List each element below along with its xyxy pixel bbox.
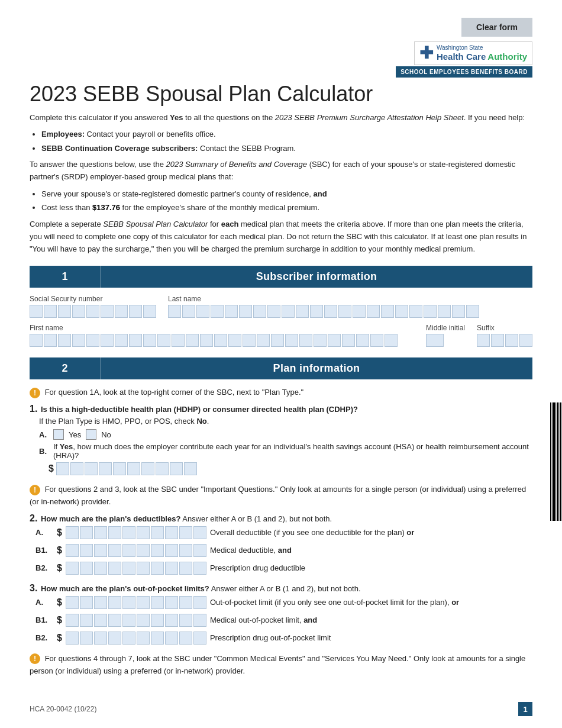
ssn-box-1[interactable]: [30, 305, 43, 318]
q2b1-b4[interactable]: [108, 544, 121, 557]
ln-box-16[interactable]: [381, 305, 394, 318]
q3b1-b5[interactable]: [122, 614, 135, 627]
q3a-b4[interactable]: [108, 596, 121, 609]
ssn-box-6[interactable]: [101, 305, 114, 318]
q2a-b4[interactable]: [108, 526, 121, 539]
ln-box-7[interactable]: [253, 305, 266, 318]
q3b1-b3[interactable]: [94, 614, 107, 627]
ln-box-9[interactable]: [282, 305, 295, 318]
fn-box-1[interactable]: [30, 334, 43, 347]
q2a-b3[interactable]: [94, 526, 107, 539]
ln-box-8[interactable]: [267, 305, 280, 318]
q1-d-box-9[interactable]: [170, 462, 183, 475]
q2b2-b5[interactable]: [122, 562, 135, 575]
q3b1-b2[interactable]: [80, 614, 93, 627]
suffix-box-4[interactable]: [519, 334, 532, 347]
ln-box-15[interactable]: [367, 305, 380, 318]
q1-d-box-10[interactable]: [184, 462, 197, 475]
q2b2-b10[interactable]: [193, 562, 206, 575]
ln-box-21[interactable]: [452, 305, 465, 318]
fn-box-16[interactable]: [243, 334, 256, 347]
q2-b2-input[interactable]: [66, 562, 206, 575]
q3a-b7[interactable]: [151, 596, 164, 609]
fn-box-10[interactable]: [157, 334, 170, 347]
q2b1-b10[interactable]: [193, 544, 206, 557]
q3b2-b9[interactable]: [179, 632, 192, 645]
q3a-b10[interactable]: [193, 596, 206, 609]
ln-box-5[interactable]: [225, 305, 238, 318]
fn-box-7[interactable]: [115, 334, 128, 347]
fn-box-24[interactable]: [356, 334, 369, 347]
q2b1-b5[interactable]: [122, 544, 135, 557]
fn-box-8[interactable]: [129, 334, 142, 347]
q2b1-b6[interactable]: [137, 544, 150, 557]
fn-box-21[interactable]: [314, 334, 327, 347]
q1-d-box-5[interactable]: [113, 462, 126, 475]
suffix-box-3[interactable]: [505, 334, 518, 347]
q1-d-box-6[interactable]: [127, 462, 140, 475]
q3b1-b7[interactable]: [151, 614, 164, 627]
ssn-box-8[interactable]: [129, 305, 142, 318]
q3a-b9[interactable]: [179, 596, 192, 609]
q1-yes-checkbox[interactable]: [53, 429, 64, 440]
firstname-input[interactable]: [30, 334, 414, 347]
q3-b1-input[interactable]: [66, 614, 206, 627]
q3b2-b6[interactable]: [137, 632, 150, 645]
ln-box-11[interactable]: [310, 305, 323, 318]
ssn-box-9[interactable]: [143, 305, 156, 318]
q3b2-b3[interactable]: [94, 632, 107, 645]
q3b2-b4[interactable]: [108, 632, 121, 645]
q3b2-b7[interactable]: [151, 632, 164, 645]
fn-box-14[interactable]: [214, 334, 227, 347]
q3b2-b8[interactable]: [165, 632, 178, 645]
q1-dollar-input[interactable]: [56, 462, 197, 475]
fn-box-25[interactable]: [370, 334, 383, 347]
ln-box-20[interactable]: [438, 305, 451, 318]
q2b1-b7[interactable]: [151, 544, 164, 557]
q2b2-b7[interactable]: [151, 562, 164, 575]
q3a-b8[interactable]: [165, 596, 178, 609]
fn-box-20[interactable]: [299, 334, 312, 347]
mi-box-1[interactable]: [426, 334, 444, 347]
q2a-b10[interactable]: [193, 526, 206, 539]
q2a-b1[interactable]: [66, 526, 79, 539]
q3a-b2[interactable]: [80, 596, 93, 609]
q1-d-box-4[interactable]: [99, 462, 112, 475]
ln-box-19[interactable]: [424, 305, 437, 318]
q3a-b6[interactable]: [137, 596, 150, 609]
ssn-box-2[interactable]: [44, 305, 57, 318]
q2b1-b9[interactable]: [179, 544, 192, 557]
fn-box-19[interactable]: [285, 334, 298, 347]
ssn-box-4[interactable]: [72, 305, 85, 318]
q3a-b3[interactable]: [94, 596, 107, 609]
fn-box-9[interactable]: [143, 334, 156, 347]
fn-box-23[interactable]: [342, 334, 355, 347]
q2b2-b6[interactable]: [137, 562, 150, 575]
q3b2-b10[interactable]: [193, 632, 206, 645]
fn-box-13[interactable]: [200, 334, 213, 347]
fn-box-12[interactable]: [186, 334, 199, 347]
fn-box-2[interactable]: [44, 334, 57, 347]
q3-b2-input[interactable]: [66, 632, 206, 645]
q2b2-b4[interactable]: [108, 562, 121, 575]
q2a-b5[interactable]: [122, 526, 135, 539]
q3b1-b6[interactable]: [137, 614, 150, 627]
q2a-b2[interactable]: [80, 526, 93, 539]
ssn-input[interactable]: [30, 305, 156, 318]
clear-form-button[interactable]: Clear form: [461, 18, 532, 37]
lastname-input[interactable]: [168, 305, 532, 318]
ln-box-4[interactable]: [211, 305, 224, 318]
suffix-box-2[interactable]: [491, 334, 504, 347]
fn-box-3[interactable]: [58, 334, 71, 347]
fn-box-26[interactable]: [385, 334, 398, 347]
ln-box-12[interactable]: [324, 305, 337, 318]
q2a-b8[interactable]: [165, 526, 178, 539]
ln-box-10[interactable]: [296, 305, 309, 318]
ln-box-3[interactable]: [196, 305, 209, 318]
q3b2-b1[interactable]: [66, 632, 79, 645]
ssn-box-3[interactable]: [58, 305, 71, 318]
fn-box-11[interactable]: [172, 334, 185, 347]
q1-d-box-1[interactable]: [56, 462, 69, 475]
fn-box-18[interactable]: [271, 334, 284, 347]
ln-box-17[interactable]: [395, 305, 408, 318]
